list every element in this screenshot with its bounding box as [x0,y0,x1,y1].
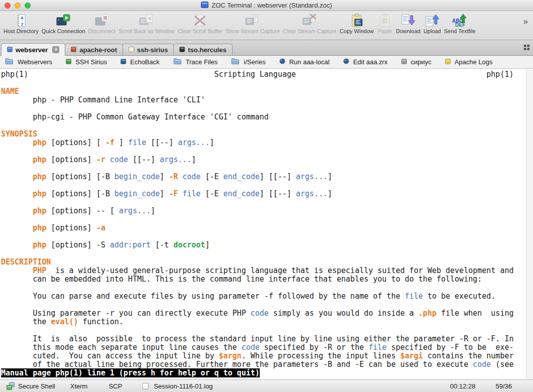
toolbar-button-quick-connection[interactable]: s_Quick Connection [42,13,85,34]
terminal-line [1,164,526,173]
terminal-line: SYNOPSIS [1,130,526,139]
disconnect-icon [94,13,110,28]
tab-label: ssh-sirius [137,46,168,54]
quick-button-webservers[interactable]: Webservers [5,58,52,66]
tab-label: apache-root [79,46,117,54]
terminal-line: php(1) Scripting Language php(1) [1,70,526,79]
status-log-filename[interactable]: Session-1116-01.log [154,382,212,390]
toolbar-button-label: Send Textfile [444,28,476,34]
toolbar-button-send-textfile[interactable]: ABCDEFSend Textfile [444,13,476,34]
quick-button-label: i/Series [244,58,265,66]
toolbar-button-download[interactable]: Download [396,13,420,34]
quick-button-label: Run aaa-local [289,58,330,66]
status-bar: Secure Shell Xterm SCP Session-1116-01.l… [0,379,533,392]
quick-button-label: Edit aaa.zrx [353,58,388,66]
quick-button-label: Webservers [18,58,52,66]
quick-button-ssh-sirius[interactable]: SSH Sirius [66,58,107,66]
quick-button-apache-logs[interactable]: Apache Logs [445,58,493,66]
paste-icon [377,13,393,28]
copy-window-icon [349,13,365,28]
upload-icon [424,13,440,28]
terminal-line: DESCRIPTION [1,258,526,267]
terminal-line: php-cgi - PHP Common Gateway Interface '… [1,113,526,121]
tab-apache-root[interactable]: apache-root [65,44,123,55]
toolbar-button-upload[interactable]: Upload [423,13,441,34]
zoom-button[interactable] [25,3,31,9]
terminal-line: php [options] -- [ args...] [1,207,526,215]
square-icon [445,58,451,66]
folder-icon [173,58,182,66]
terminal-line: You can parse and execute files by using… [1,292,526,301]
terminal-line: this mode each separate input line cause… [1,343,526,352]
square-icon [66,58,71,66]
status-emulation: Xterm [70,382,88,390]
tab-webserver[interactable]: webserver× [1,43,65,56]
minimize-button[interactable] [15,3,21,9]
window-controls [5,3,31,9]
status-transfer: SCP [109,382,122,390]
terminal-line: php [options] -S addr:port [-t docroot] [1,241,526,249]
tab-label: tso.hercules [188,46,227,54]
tab-ssh-sirius[interactable]: ssh-sirius [123,44,174,55]
terminal-line [1,104,526,113]
status-protocol: Secure Shell [18,382,55,390]
log-checkbox[interactable] [142,383,149,389]
quick-button-i-series[interactable]: i/Series [231,58,265,66]
terminal-scrollbar[interactable] [526,69,533,379]
quick-button-echoback[interactable]: EchoBack [121,58,160,66]
quick-button-label: сириус [411,58,432,66]
toolbar-button-label: Host Directory [4,28,39,34]
zoc-terminal-window: ZOC Terminal : webserver (Standard.zoc) … [0,0,533,392]
toolbar: AZHost Directorys_Quick ConnectionDiscon… [0,11,533,40]
tab-session-icon [7,46,13,54]
toolbar-overflow-icon[interactable]: » [521,17,530,27]
folder-icon [5,58,14,66]
terminal-line: php [options] -r code [[--] args...] [1,156,526,164]
terminal-line: NAME [1,87,526,96]
tab-tso-hercules[interactable]: tso.hercules [173,44,233,55]
tab-close-icon[interactable]: × [52,46,59,53]
close-button[interactable] [5,3,11,9]
toolbar-button-label: Quick Connection [42,28,85,34]
terminal-line [1,121,526,130]
terminal-line: Using parameter -r you can directly exec… [1,309,526,318]
toolbar-button-label: Clear Scroll Buffer [178,28,223,34]
terminal-line: php [options] [-B begin_code] -R code [-… [1,173,526,181]
quick-button-сириус[interactable]: сириус [401,58,432,66]
session-windows-icon [6,382,15,390]
toolbar-button-label: Clear Stream Capture [283,28,337,34]
square-icon [121,58,126,66]
quick-connection-icon: s_ [55,13,71,28]
quick-button-label: Trace Files [186,58,218,66]
host-directory-icon: AZ [13,13,29,28]
quick-button-edit-aaa-zrx[interactable]: Edit aaa.zrx [343,58,388,66]
terminal-line: of the actual line being processed. Furt… [1,360,526,369]
show-stream-capture-icon [245,13,261,28]
window-title-area: ZOC Terminal : webserver (Standard.zoc) [0,2,533,10]
terminal-screen[interactable]: php(1) Scripting Language php(1)NAME php… [0,69,533,379]
terminal-line: can be embedded into HTML. This is the c… [1,275,526,284]
terminal-line [1,232,526,241]
svg-text:Z: Z [21,22,23,27]
terminal-line [1,301,526,309]
quick-button-bar: WebserversSSH SiriusEchoBackTrace Filesi… [0,56,533,69]
scrollback-window-icon [139,13,155,28]
window-title: ZOC Terminal : webserver (Standard.zoc) [211,2,332,9]
folder-icon [231,58,240,66]
status-session-time: 00:12:28 [450,382,476,390]
toolbar-button-label: Download [396,28,420,34]
toolbar-button-scroll-back-as-window: Scroll Back as Window [119,13,175,34]
svg-text:DEF: DEF [455,22,465,28]
toolbar-button-copy-window[interactable]: Copy Window [340,13,374,34]
quick-button-run-aaa-local[interactable]: Run aaa-local [279,58,330,66]
terminal-line [1,181,526,190]
tab-grid-icon[interactable] [523,44,530,53]
tab-bar: webserver×apache-rootssh-siriustso.hercu… [0,40,533,56]
toolbar-button-paste: Paste [377,13,393,34]
quick-button-label: Apache Logs [455,58,493,66]
terminal-line [1,198,526,207]
quick-button-trace-files[interactable]: Trace Files [173,58,218,66]
clear-stream-capture-icon [302,13,318,28]
toolbar-button-host-directory[interactable]: AZHost Directory [4,13,39,34]
quick-button-label: EchoBack [130,58,160,66]
